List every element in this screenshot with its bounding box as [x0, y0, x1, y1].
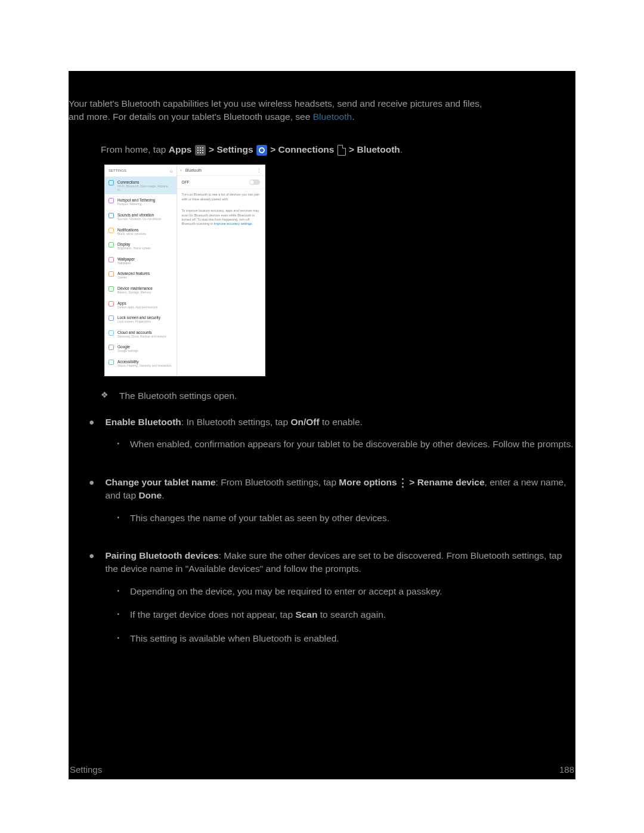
sidebar-item-subtitle: Block, allow, prioritize: [117, 233, 173, 236]
sidebar-item-icon: [109, 242, 114, 247]
sidebar-item: AppsDefault apps, App permissions: [105, 298, 177, 312]
square-bullet-icon: ▪: [117, 585, 119, 598]
sidebar-item-subtitle: Battery, Storage, Memory: [117, 291, 173, 295]
intro-line1: Your tablet's Bluetooth capabilities let…: [69, 98, 482, 109]
sidebar-item-icon: [109, 360, 114, 365]
sidebar-item: NotificationsBlock, allow, prioritize: [105, 224, 177, 239]
diamond-bullet-icon: ❖: [101, 389, 109, 402]
sidebar-item: GoogleGoogle settings: [105, 341, 177, 356]
sub-bullet: ▪ This setting is available when Bluetoo…: [117, 632, 575, 645]
sidebar-item-subtitle: Lock screen, Fingerprints: [117, 320, 173, 324]
settings-detail-pane: ‹ Bluetooth ⋮ OFF Turn on Bluetooth to s…: [177, 165, 265, 376]
more-options-icon: ⋮: [257, 168, 261, 173]
settings-label: Settings: [216, 144, 253, 154]
sidebar-item: WallpaperWallpaper: [105, 253, 177, 268]
sub-bullet: ▪ If the target device does not appear, …: [117, 608, 575, 621]
result-line: ❖ The Bluetooth settings open.: [101, 389, 575, 402]
bluetooth-label: Bluetooth: [357, 144, 400, 154]
bluetooth-link[interactable]: Bluetooth: [313, 112, 352, 122]
sidebar-item-icon: [109, 257, 114, 262]
navigation-path: From home, tap Apps > Settings > Connect…: [101, 143, 575, 156]
settings-gear-icon: [256, 145, 267, 156]
sidebar-item-subtitle: Vision, Hearing, Dexterity and interacti…: [117, 364, 173, 368]
sidebar-item: Sounds and vibrationSounds, Vibration, D…: [105, 209, 177, 224]
page-number: 188: [559, 763, 574, 776]
square-bullet-icon: ▪: [117, 632, 119, 645]
connections-label: Connections: [278, 144, 335, 154]
sidebar-item: AccessibilityVision, Hearing, Dexterity …: [105, 356, 177, 371]
page-footer: Settings 188: [69, 763, 575, 776]
sidebar-item-subtitle: Brightness, Home screen: [117, 247, 173, 250]
bluetooth-toggle: [249, 179, 260, 185]
accuracy-settings-link: Improve accuracy settings: [214, 222, 252, 225]
square-bullet-icon: ▪: [117, 608, 119, 621]
sidebar-title: SETTINGS: [109, 168, 126, 173]
sidebar-item-subtitle: Samsung Cloud, Backup and restore: [117, 335, 173, 339]
back-icon: ‹: [181, 168, 182, 173]
toggle-label: OFF: [182, 179, 190, 185]
square-bullet-icon: ▪: [117, 512, 119, 525]
sidebar-item: ConnectionsWi-Fi, Bluetooth, Data usage,…: [105, 176, 177, 194]
detail-para-2: To improve location accuracy, apps and s…: [177, 205, 265, 230]
sub-bullet: ▪ When enabled, confirmation appears for…: [117, 438, 575, 451]
sidebar-item-icon: [109, 228, 114, 233]
page-icon: [338, 145, 346, 156]
sidebar-item-subtitle: Wallpaper: [117, 262, 173, 265]
sidebar-item-icon: [109, 271, 114, 277]
sidebar-item-icon: [109, 315, 114, 321]
sidebar-item-subtitle: Wi-Fi, Bluetooth, Data usage, Airplane m…: [117, 185, 173, 191]
sidebar-item-icon: [109, 180, 114, 185]
sidebar-item: DisplayBrightness, Home screen: [105, 239, 177, 253]
dot-bullet-icon: ●: [89, 549, 94, 655]
square-bullet-icon: ▪: [117, 438, 119, 451]
bullet-pairing: ● Pairing Bluetooth devices: Make sure t…: [89, 549, 575, 655]
sidebar-item: Cloud and accountsSamsung Cloud, Backup …: [105, 327, 177, 342]
search-icon: ⌕: [170, 168, 173, 174]
sub-bullet: ▪ This changes the name of your tablet a…: [117, 512, 575, 525]
settings-sidebar: SETTINGS ⌕ ConnectionsWi-Fi, Bluetooth, …: [105, 165, 177, 376]
sidebar-item-subtitle: Sounds, Vibration, Do not disturb: [117, 218, 173, 221]
more-vert-icon: [400, 478, 406, 488]
apps-icon: [195, 145, 206, 156]
bullet-change-name: ● Change your tablet name: From Bluetoot…: [89, 476, 575, 535]
intro-paragraph: Your tablet's Bluetooth capabilities let…: [69, 97, 575, 128]
sub-bullet: ▪ Depending on the device, you may be re…: [117, 585, 575, 598]
sidebar-item: Hotspot and TetheringHotspot, Tethering: [105, 194, 177, 209]
sidebar-item: Advanced featuresGames: [105, 268, 177, 283]
dot-bullet-icon: ●: [89, 476, 94, 535]
apps-label: Apps: [169, 144, 192, 154]
sidebar-item-subtitle: Google settings: [117, 349, 173, 353]
dot-bullet-icon: ●: [89, 416, 94, 462]
sidebar-item-icon: [109, 330, 114, 336]
bullet-enable-bluetooth: ● Enable Bluetooth: In Bluetooth setting…: [89, 416, 575, 462]
sidebar-item-subtitle: Hotspot, Tethering: [117, 203, 173, 206]
sidebar-item: Device maintenanceBattery, Storage, Memo…: [105, 283, 177, 298]
detail-title: Bluetooth: [185, 168, 202, 173]
sidebar-item-icon: [109, 301, 114, 306]
sidebar-item-subtitle: Default apps, App permissions: [117, 306, 173, 309]
detail-para-1: Turn on Bluetooth to see a list of devic…: [177, 189, 265, 205]
sidebar-item-icon: [109, 198, 114, 203]
sidebar-item-icon: [109, 213, 114, 218]
footer-section: Settings: [70, 763, 102, 776]
sidebar-item-subtitle: Games: [117, 276, 173, 280]
settings-screenshot: SETTINGS ⌕ ConnectionsWi-Fi, Bluetooth, …: [104, 165, 265, 376]
sidebar-item-icon: [109, 345, 114, 350]
sidebar-item-icon: [109, 286, 114, 292]
sidebar-item: Lock screen and securityLock screen, Fin…: [105, 312, 177, 327]
intro-line2: and more. For details on your tablet's B…: [69, 112, 313, 122]
